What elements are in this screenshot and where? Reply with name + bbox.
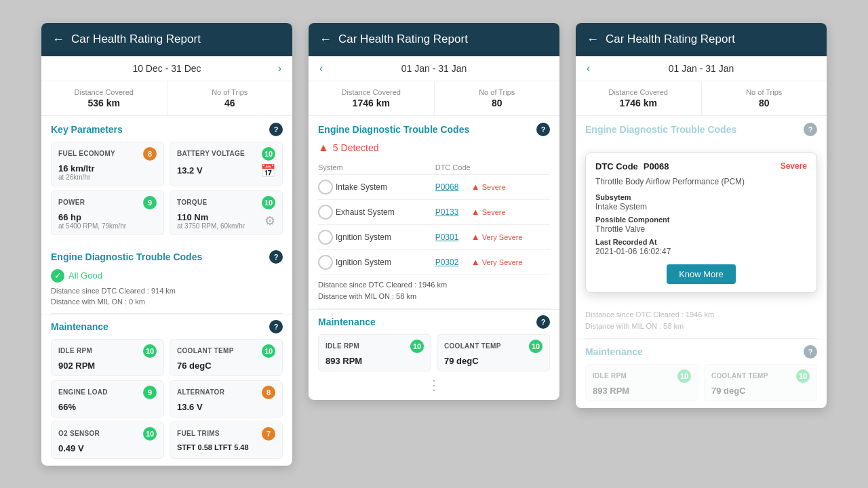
prev-date-icon-2[interactable]: ‹ [319, 62, 323, 75]
detected-count: 5 Detected [333, 142, 379, 153]
s3-dtc-title: Engine Diagnostic Trouble Codes [585, 124, 736, 135]
system-cell: Ignition System [318, 224, 435, 249]
back-icon-3[interactable]: ← [587, 33, 599, 47]
engine-load-card: ENGINE LOAD 9 66% [51, 380, 164, 418]
screen3-maintenance: Maintenance ? IDLE RPM 10 893 RPM COOLAN… [576, 339, 827, 408]
torque-label: TORQUE [177, 199, 207, 206]
s3-idle-rpm-score: 10 [677, 369, 691, 383]
coolant-temp-value: 76 degC [177, 361, 275, 371]
screen2-title: Car Health Rating Report [338, 33, 468, 46]
screen2-distance: Distance Covered 1746 km [309, 81, 435, 115]
s2-dtc-help[interactable]: ? [536, 123, 550, 136]
next-date-icon[interactable]: › [278, 62, 281, 75]
coolant-temp-card: COOLANT TEMP 10 76 degC [170, 339, 283, 376]
s2-coolant-value: 79 degC [444, 356, 542, 366]
screen1-date: 10 Dec - 31 Dec [132, 63, 201, 74]
system-cell: Exhaust System [318, 199, 435, 224]
engine-load-score: 9 [143, 386, 157, 399]
fuel-trims-value: STFT 0.58 LTFT 5.48 [177, 443, 275, 451]
popup-component-value: Throttle Valve [595, 224, 807, 234]
screen2-header: ← Car Health Rating Report [309, 23, 559, 56]
key-params-help[interactable]: ? [269, 123, 283, 136]
prev-date-icon-3[interactable]: ‹ [587, 62, 590, 75]
code-cell[interactable]: P0068 [435, 174, 471, 199]
severity-cell: ▲ Severe [471, 199, 550, 224]
o2-sensor-score: 10 [143, 427, 157, 441]
know-more-button[interactable]: Know More [667, 264, 736, 284]
screen3-date: 01 Jan - 31 Jan [669, 63, 734, 74]
back-icon[interactable]: ← [52, 33, 64, 47]
fuel-economy-value: 16 km/ltr [58, 163, 157, 174]
key-params-title: Key Parameters [51, 124, 123, 135]
s3-trips-value: 80 [713, 98, 816, 108]
fuel-economy-sub: at 26km/hr [58, 174, 157, 181]
fuel-economy-card: FUEL ECONOMY 8 16 km/ltr at 26km/hr [51, 142, 164, 186]
table-row: Ignition System P0301 ▲ Very Severe [318, 224, 550, 249]
torque-value: 110 Nm [177, 212, 245, 222]
screen1-trips: No of Trips 46 [167, 81, 293, 115]
screen2-dtc-section: Engine Diagnostic Trouble Codes ? ▲ 5 De… [309, 116, 559, 308]
s2-maintenance-title: Maintenance [318, 317, 376, 327]
dtc-table: System DTC Code Intake System P0068 [318, 161, 550, 275]
distance-value: 536 km [52, 98, 156, 108]
trips-label: No of Trips [178, 88, 282, 96]
idle-rpm-value: 902 RPM [58, 361, 157, 371]
maintenance-help[interactable]: ? [269, 320, 283, 333]
coolant-temp-score: 10 [262, 344, 275, 358]
o2-sensor-label: O2 SENSOR [58, 430, 100, 437]
popup-recorded-value: 2021-01-06 16:02:47 [595, 247, 807, 256]
o2-sensor-value: 0.49 V [58, 443, 157, 453]
battery-voltage-value: 13.2 V [177, 165, 203, 176]
s3-coolant-card: COOLANT TEMP 10 79 degC [704, 364, 817, 401]
s3-trips: No of Trips 80 [702, 81, 827, 115]
fuel-economy-score: 8 [143, 147, 157, 161]
s3-dtc-help[interactable]: ? [804, 123, 817, 136]
screen1-maintenance: Maintenance ? IDLE RPM 10 902 RPM COOLAN… [41, 314, 292, 466]
s2-maintenance-help[interactable]: ? [536, 315, 550, 329]
s3-distance-label: Distance Covered [587, 88, 690, 96]
code-cell[interactable]: P0301 [435, 224, 471, 249]
power-score: 9 [143, 196, 157, 209]
dtc-help-icon[interactable]: ? [269, 250, 283, 264]
code-cell[interactable]: P0133 [435, 199, 471, 224]
screen2-maintenance: Maintenance ? IDLE RPM 10 893 RPM COOLAN… [309, 309, 559, 400]
torque-card: TORQUE 10 110 Nm at 3750 RPM, 60km/hr ⚙ [170, 190, 283, 235]
s2-idle-rpm-card: IDLE RPM 10 893 RPM [318, 334, 431, 371]
engine-load-value: 66% [58, 402, 157, 412]
screen1-dtc-title: Engine Diagnostic Trouble Codes [51, 251, 202, 262]
power-label: POWER [58, 199, 85, 206]
screen3-header: ← Car Health Rating Report [576, 23, 827, 56]
power-sub: at 5400 RPM, 79km/hr [58, 222, 157, 230]
trips-value: 46 [178, 98, 282, 108]
s3-distance: Distance Covered 1746 km [576, 81, 702, 115]
maintenance-title: Maintenance [51, 321, 108, 332]
s2-idle-rpm-score: 10 [410, 340, 424, 353]
alternator-value: 13.6 V [177, 402, 275, 412]
maint-row-3: O2 SENSOR 10 0.49 V FUEL TRIMS 7 STFT 0.… [51, 422, 283, 459]
back-icon-2[interactable]: ← [319, 33, 332, 47]
alternator-card: ALTERNATOR 8 13.6 V [170, 380, 283, 418]
screen3-dtc-footer: Distance since DTC Cleared : 1946 km Dis… [576, 298, 827, 338]
scroll-indicator: ⋮ [318, 377, 550, 393]
s3-maintenance-help[interactable]: ? [804, 345, 817, 359]
battery-voltage-label: BATTERY VOLTAGE [177, 150, 245, 157]
idle-rpm-card: IDLE RPM 10 902 RPM [51, 339, 164, 376]
s3-maintenance-title: Maintenance [585, 346, 643, 357]
s2-coolant-score: 10 [529, 340, 542, 353]
fuel-trims-card: FUEL TRIMS 7 STFT 0.58 LTFT 5.48 [170, 422, 283, 459]
screen2-stats: Distance Covered 1746 km No of Trips 80 [309, 81, 559, 116]
screen3-dtc-section: Engine Diagnostic Trouble Codes ? [576, 116, 827, 147]
s3-dtc-info: Distance since DTC Cleared : 1946 km Dis… [585, 309, 817, 333]
maint-row-1: IDLE RPM 10 902 RPM COOLANT TEMP 10 76 d… [51, 339, 283, 376]
popup-description: Throttle Body Airflow Performance (PCM) [595, 177, 807, 186]
screen1-title: Car Health Rating Report [71, 33, 201, 46]
severity-cell: ▲ Severe [471, 174, 550, 199]
s2-coolant-label: COOLANT TEMP [444, 342, 501, 350]
table-row: Ignition System P0302 ▲ Very Severe [318, 249, 550, 274]
code-cell[interactable]: P0302 [435, 249, 471, 274]
screen-2: ← Car Health Rating Report ‹ 01 Jan - 31… [309, 23, 559, 400]
popup-recorded-label: Last Recorded At [595, 238, 807, 246]
idle-rpm-score: 10 [143, 344, 157, 358]
screen2-trips: No of Trips 80 [435, 81, 560, 115]
coolant-temp-label: COOLANT TEMP [177, 347, 234, 354]
